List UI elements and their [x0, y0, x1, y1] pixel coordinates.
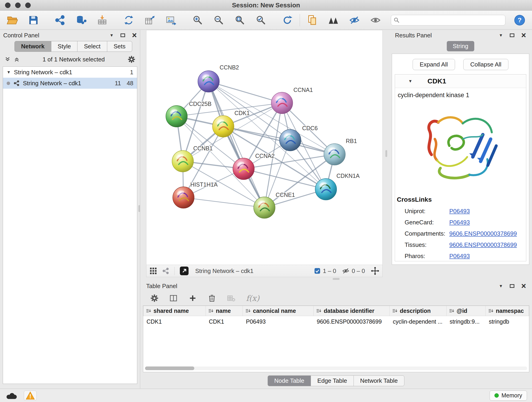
warnings-button[interactable]: [24, 390, 37, 401]
cell-canonical-name[interactable]: P06493: [243, 316, 314, 327]
move-icon[interactable]: [371, 267, 379, 275]
cell-id[interactable]: stringdb:9...: [447, 316, 486, 327]
column-header[interactable]: description: [390, 306, 447, 316]
genecard-link[interactable]: P06493: [449, 219, 470, 226]
tree-expand-icon[interactable]: ▼: [7, 70, 11, 74]
cloud-button[interactable]: [5, 390, 18, 401]
tab-sets[interactable]: Sets: [107, 41, 132, 52]
cell-description[interactable]: cyclin-dependent ...: [390, 316, 447, 327]
network-collection-row[interactable]: ▼ String Network – cdk1 1: [3, 67, 137, 78]
tab-node-table[interactable]: Node Table: [268, 375, 311, 386]
float-table-icon[interactable]: [510, 284, 514, 288]
cell-namespace[interactable]: stringdb: [486, 316, 529, 327]
network-node-CCNE1[interactable]: [254, 197, 275, 218]
copy-button[interactable]: [306, 14, 319, 27]
maximize-window-button[interactable]: [25, 2, 31, 8]
uniprot-link[interactable]: P06493: [449, 208, 470, 215]
network-node-CCNB1[interactable]: [172, 151, 194, 172]
column-header[interactable]: database identifier: [314, 306, 390, 316]
import-network-button[interactable]: [54, 14, 66, 27]
pharos-link[interactable]: P06493: [449, 253, 470, 260]
help-button[interactable]: ?: [513, 14, 526, 27]
show-all-button[interactable]: [369, 14, 382, 27]
zoom-fit-button[interactable]: [233, 14, 246, 27]
vertical-splitter-right[interactable]: [385, 150, 387, 157]
tab-select[interactable]: Select: [77, 41, 107, 52]
network-node-CCNA1[interactable]: [271, 92, 293, 114]
network-node-CDC25B[interactable]: [166, 105, 187, 127]
delete-table-icon[interactable]: [227, 294, 235, 303]
clone-network-button[interactable]: [122, 14, 135, 27]
float-results-icon[interactable]: [510, 33, 514, 37]
memory-button[interactable]: Memory: [490, 390, 527, 401]
share-icon[interactable]: [162, 267, 169, 274]
close-panel-icon[interactable]: ×: [132, 32, 137, 39]
tab-edge-table[interactable]: Edge Table: [311, 375, 354, 386]
eye-slash-icon[interactable]: [342, 267, 349, 274]
gene-card-header[interactable]: ▼ CDK1: [395, 75, 526, 88]
close-table-icon[interactable]: ×: [521, 283, 526, 289]
cell-name[interactable]: CDK1: [206, 316, 243, 327]
cell-database-identifier[interactable]: 9606.ENSP00000378699: [314, 316, 390, 327]
minimize-window-button[interactable]: [15, 2, 21, 8]
import-network-from-database-button[interactable]: [75, 14, 88, 27]
open-external-icon[interactable]: [180, 266, 189, 275]
close-results-icon[interactable]: ×: [521, 32, 526, 39]
gear-icon[interactable]: [128, 56, 135, 63]
close-window-button[interactable]: [5, 2, 11, 8]
string-tab[interactable]: String: [447, 41, 474, 51]
column-header[interactable]: namespac: [486, 306, 529, 316]
float-panel-icon[interactable]: [120, 33, 125, 37]
tissues-link[interactable]: 9606.ENSP00000378699: [449, 241, 517, 249]
grid-icon[interactable]: [150, 267, 157, 274]
collapse-all-icon[interactable]: [5, 56, 11, 62]
refresh-button[interactable]: [281, 14, 294, 27]
network-node-RB1[interactable]: [324, 143, 345, 165]
collapse-all-button[interactable]: Collapse All: [463, 59, 509, 70]
expand-all-button[interactable]: Expand All: [413, 59, 455, 70]
collapse-table-icon[interactable]: ▼: [499, 284, 503, 288]
collapse-results-icon[interactable]: ▼: [499, 33, 503, 37]
horizontal-splitter[interactable]: [140, 277, 532, 281]
first-neighbors-button[interactable]: [327, 14, 340, 27]
tab-network[interactable]: Network: [14, 41, 51, 52]
network-node-CDC6[interactable]: [279, 129, 301, 151]
collapse-panel-icon[interactable]: ▼: [109, 33, 114, 37]
open-session-button[interactable]: [6, 14, 19, 27]
function-builder-button[interactable]: f(x): [246, 294, 259, 303]
hide-selected-button[interactable]: [348, 14, 361, 27]
expand-all-icon[interactable]: [14, 56, 20, 62]
network-node-CDK1[interactable]: [212, 115, 234, 137]
zoom-in-button[interactable]: [191, 14, 204, 27]
table-gear-icon[interactable]: [150, 294, 158, 302]
checkbox-icon[interactable]: [314, 268, 321, 274]
network-node-HIST1H1A[interactable]: [173, 187, 194, 208]
network-node-CCNA2[interactable]: [233, 158, 254, 180]
save-session-button[interactable]: [27, 14, 40, 27]
column-header[interactable]: shared name: [143, 306, 206, 316]
export-image-button[interactable]: [165, 14, 177, 27]
cell-shared-name[interactable]: CDK1: [143, 316, 206, 327]
network-from-table-button[interactable]: [143, 14, 156, 27]
column-header[interactable]: canonical name: [243, 306, 314, 316]
import-table-button[interactable]: [96, 14, 109, 27]
delete-column-icon[interactable]: [208, 294, 216, 303]
show-columns-icon[interactable]: [169, 294, 178, 303]
zoom-out-button[interactable]: [212, 14, 225, 27]
scrollbar-thumb[interactable]: [145, 366, 194, 370]
vertical-splitter-left[interactable]: [138, 205, 140, 212]
gene-collapse-icon[interactable]: ▼: [408, 79, 412, 83]
tab-style[interactable]: Style: [51, 41, 78, 52]
node-table[interactable]: shared name name canonical name database…: [143, 306, 529, 372]
column-header[interactable]: @id: [447, 306, 486, 316]
tab-network-table[interactable]: Network Table: [354, 375, 404, 386]
network-node-CCNB2[interactable]: [198, 70, 220, 92]
column-header[interactable]: name: [206, 306, 243, 316]
table-horizontal-scrollbar[interactable]: [145, 366, 527, 370]
zoom-selected-button[interactable]: [254, 14, 267, 27]
search-input[interactable]: [391, 15, 505, 26]
table-row[interactable]: CDK1 CDK1 P06493 9606.ENSP00000378699 cy…: [143, 316, 529, 327]
network-row-selected[interactable]: String Network – cdk1 11 48: [3, 78, 137, 89]
compartments-link[interactable]: 9606.ENSP00000378699: [449, 230, 517, 237]
network-canvas[interactable]: CCNB2CCNA1CDC25BCDK1CDC6RB1CCNB1CCNA2CDK…: [146, 30, 383, 265]
